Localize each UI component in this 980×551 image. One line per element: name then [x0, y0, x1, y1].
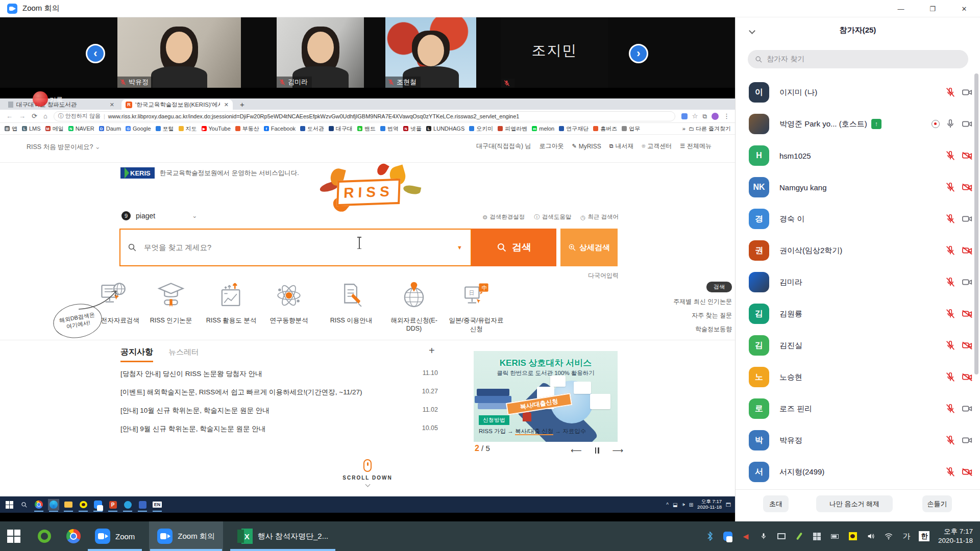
participant-row[interactable]: 박박유정: [736, 424, 980, 456]
service-shortcut[interactable]: RISS 인기논문: [143, 281, 199, 325]
restore-button[interactable]: ❐: [917, 0, 948, 17]
previous-videos-button[interactable]: ‹: [86, 44, 105, 63]
video-tile[interactable]: 조지민: [501, 17, 608, 88]
notice-item[interactable]: [안내] 9월 신규 학위논문, 학술지논문 원문 안내10.05: [120, 424, 438, 434]
riss-top-menu-item[interactable]: ⌾고객센터: [642, 142, 672, 151]
bookmark-item[interactable]: LLMS: [22, 126, 41, 132]
app-icon[interactable]: [137, 499, 148, 510]
bookmark-item[interactable]: 대구대: [329, 125, 353, 133]
participant-row[interactable]: 김김원룡: [736, 298, 980, 330]
bookmark-item[interactable]: 번역: [380, 125, 399, 133]
bookmark-item[interactable]: fFacebook: [264, 126, 296, 132]
participant-row[interactable]: 노노승현: [736, 361, 980, 393]
video-tile[interactable]: 김미라: [277, 17, 364, 88]
profile-avatar[interactable]: [712, 113, 719, 120]
riss-top-menu-item[interactable]: ✎MyRISS: [572, 143, 601, 150]
taskbar-app-button[interactable]: Zoom 회의: [149, 521, 223, 551]
search-input[interactable]: 무엇을 찾고 계세요? ▼: [119, 229, 472, 266]
forward-icon[interactable]: →: [19, 112, 26, 120]
edge-icon[interactable]: [48, 499, 59, 510]
start-button[interactable]: [7, 530, 20, 543]
participant-row[interactable]: Hhsm1025: [736, 140, 980, 171]
extensions-icon[interactable]: ⧉: [702, 113, 707, 120]
start-icon[interactable]: [4, 499, 15, 510]
participant-row[interactable]: 권권이삭(임상2학기): [736, 235, 980, 266]
url-field[interactable]: ⓘ 안전하지 않음 | www.riss.kr.libproxy.daegu.a…: [54, 111, 675, 121]
bookmark-star-icon[interactable]: ☆: [692, 112, 698, 120]
green-app-icon[interactable]: [38, 530, 51, 543]
first-visit-link[interactable]: RISS 처음 방문이세요? ⌄: [27, 143, 101, 152]
next-videos-button[interactable]: ›: [629, 44, 648, 63]
bookmark-item[interactable]: mmelon: [532, 126, 554, 132]
zoom-tray-icon[interactable]: [722, 531, 733, 542]
quick-search-badge[interactable]: 검색: [706, 282, 732, 292]
riss-top-menu-item[interactable]: 로그아웃: [539, 142, 564, 151]
close-button[interactable]: ✕: [948, 0, 980, 17]
banner-prev-icon[interactable]: ⟵: [571, 446, 582, 455]
riss-top-menu-item[interactable]: ⧉내서재: [609, 142, 634, 151]
shared-taskbar-clock[interactable]: 오후 7:17 2020-11-18: [697, 499, 722, 510]
browser-tab[interactable]: R'한국교육학술정보원(KERIS)'에서✕: [121, 99, 233, 110]
participant-row[interactable]: 로로즈 핀리: [736, 393, 980, 424]
bookmark-item[interactable]: LLUNDHAGS: [426, 126, 464, 132]
tray-ime-icon[interactable]: ⊞: [689, 502, 693, 508]
search-option-link[interactable]: ⚙검색환경설정: [482, 213, 525, 221]
notice-item[interactable]: [안내] 10월 신규 학위논문, 학술지논문 원문 안내11.02: [120, 406, 438, 415]
search-option-link[interactable]: ◷최근 검색어: [580, 213, 619, 221]
wifi-tray-icon[interactable]: [883, 531, 894, 542]
reload-icon[interactable]: ⟳: [32, 112, 37, 120]
promo-banner[interactable]: KERIS 상호대차 서비스 클릭 한번으로 도서관 100% 활용하기 복사/…: [474, 351, 618, 442]
powerpoint-icon[interactable]: P: [107, 499, 118, 510]
search-option-link[interactable]: ⓘ검색도움말: [534, 213, 571, 221]
bookmark-item[interactable]: ▶YouTube: [202, 126, 231, 132]
unmute-me-button[interactable]: 나만 음소거 해제: [816, 495, 893, 512]
bookmark-item[interactable]: N넷플: [403, 125, 422, 133]
service-shortcut[interactable]: RISS 이용안내: [323, 281, 379, 325]
raise-hand-button[interactable]: 손들기: [922, 495, 952, 512]
notice-item[interactable]: [당첨자 안내] 당신이 RISS 논문왕 당첨자 안내11.10: [120, 369, 438, 379]
home-icon[interactable]: ⌂: [43, 112, 47, 120]
close-tab-icon[interactable]: ✕: [110, 102, 114, 108]
service-shortcut[interactable]: 해외자료신청(E-DDS): [386, 281, 442, 332]
share-icon[interactable]: [681, 113, 688, 119]
kakaotalk-tray-icon[interactable]: [847, 531, 859, 542]
close-tab-icon[interactable]: ✕: [224, 102, 229, 108]
participant-row[interactable]: 이이지미 (나): [736, 77, 980, 108]
taskbar-app-button[interactable]: X행사 참석자명단_2...: [229, 521, 336, 551]
riss-top-menu-item[interactable]: 대구대(직접접속) 님: [476, 142, 531, 151]
bookmark-item[interactable]: DDaum: [99, 126, 121, 132]
quick-link[interactable]: 학술정보동향: [673, 325, 732, 334]
taskbar-app-button[interactable]: Zoom: [87, 521, 143, 551]
back-icon[interactable]: ←: [6, 112, 13, 120]
notices-more-button[interactable]: +: [429, 345, 435, 357]
bookmark-item[interactable]: NNAVER: [68, 126, 94, 132]
riss-top-menu-item[interactable]: ☰전체메뉴: [680, 142, 712, 151]
tab-notices[interactable]: 공지사항: [120, 347, 153, 362]
chrome-icon[interactable]: [66, 529, 81, 543]
speaker-alert-icon[interactable]: ◀: [740, 531, 751, 542]
tray-volume-icon[interactable]: 🕩: [681, 502, 684, 508]
participant-row[interactable]: 김김진실: [736, 330, 980, 361]
notification-center-icon[interactable]: 🗔: [726, 502, 731, 508]
participant-row[interactable]: 박영준 Park yo... (호스트)↑: [736, 108, 980, 140]
kakaotalk-icon[interactable]: [78, 499, 89, 510]
advanced-search-button[interactable]: 상세검색: [560, 229, 618, 266]
participants-scrollbar[interactable]: [974, 73, 978, 374]
invite-button[interactable]: 초대: [763, 495, 789, 512]
volume-tray-icon[interactable]: [865, 531, 876, 542]
bookmark-item[interactable]: 부동산: [235, 125, 259, 133]
participant-row[interactable]: 서서지형(2499): [736, 456, 980, 488]
participant-search-input[interactable]: 참가자 찾기: [748, 50, 968, 68]
bookmark-item[interactable]: 홈버즈: [593, 125, 617, 133]
service-shortcut[interactable]: 日中일본/중국/유럽자료신청: [448, 281, 504, 334]
video-tile[interactable]: 박유정: [117, 17, 241, 88]
display-tray-icon[interactable]: [776, 531, 787, 542]
chrome-icon[interactable]: [33, 499, 44, 510]
language-badge[interactable]: EN: [152, 499, 163, 510]
folder-icon[interactable]: [63, 499, 74, 510]
service-shortcut[interactable]: RISS 활용도 분석: [203, 281, 259, 325]
minimize-button[interactable]: —: [885, 0, 917, 17]
bookmark-item[interactable]: 지도: [179, 125, 197, 133]
banner-next-icon[interactable]: ⟶: [612, 446, 624, 455]
multilang-input-link[interactable]: 다국어입력: [588, 271, 619, 280]
